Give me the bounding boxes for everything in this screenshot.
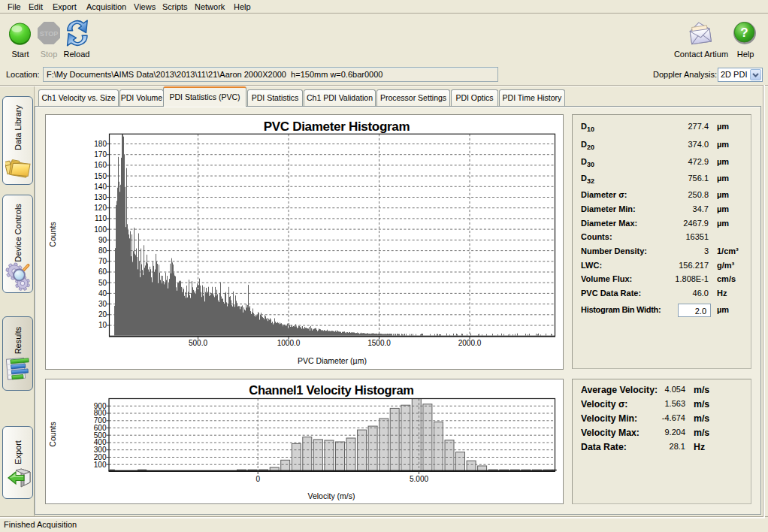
svg-text:10: 10 xyxy=(98,321,107,329)
svg-text:80: 80 xyxy=(98,246,107,255)
svg-text:60: 60 xyxy=(98,268,107,276)
svg-text:130: 130 xyxy=(94,193,107,201)
svg-text:100: 100 xyxy=(94,461,107,469)
svg-text:PVC Diameter (µm): PVC Diameter (µm) xyxy=(298,356,367,365)
svg-text:1500.0: 1500.0 xyxy=(367,339,391,347)
svg-text:180: 180 xyxy=(94,140,107,148)
svg-text:900: 900 xyxy=(94,402,107,410)
svg-text:170: 170 xyxy=(94,150,107,159)
svg-text:300: 300 xyxy=(94,446,107,454)
svg-text:Channel1 Velocity Histogram: Channel1 Velocity Histogram xyxy=(249,383,413,397)
svg-text:150: 150 xyxy=(94,172,107,180)
svg-text:20: 20 xyxy=(98,310,107,319)
svg-text:800: 800 xyxy=(94,409,107,417)
svg-text:70: 70 xyxy=(98,257,107,265)
svg-text:500.0: 500.0 xyxy=(189,339,207,347)
svg-text:200: 200 xyxy=(94,453,107,461)
svg-text:400: 400 xyxy=(94,438,107,446)
svg-text:1000.0: 1000.0 xyxy=(277,339,301,347)
svg-text:700: 700 xyxy=(94,416,107,425)
svg-text:100: 100 xyxy=(94,225,107,234)
svg-text:120: 120 xyxy=(94,204,107,212)
svg-text:90: 90 xyxy=(98,236,107,244)
svg-text:2000.0: 2000.0 xyxy=(458,339,482,347)
svg-text:500: 500 xyxy=(94,431,107,440)
svg-text:Counts: Counts xyxy=(48,222,57,246)
svg-text:600: 600 xyxy=(94,424,107,432)
svg-text:0: 0 xyxy=(255,475,260,483)
svg-text:PVC Diameter Histogram: PVC Diameter Histogram xyxy=(264,119,410,134)
svg-text:140: 140 xyxy=(94,183,107,191)
svg-text:110: 110 xyxy=(95,214,107,222)
svg-text:160: 160 xyxy=(94,161,107,169)
svg-text:5.000: 5.000 xyxy=(410,475,428,483)
svg-text:50: 50 xyxy=(98,279,107,287)
svg-text:30: 30 xyxy=(98,300,107,308)
svg-text:Velocity (m/s): Velocity (m/s) xyxy=(307,491,355,500)
svg-text:Counts: Counts xyxy=(48,422,57,446)
svg-text:40: 40 xyxy=(98,289,107,298)
